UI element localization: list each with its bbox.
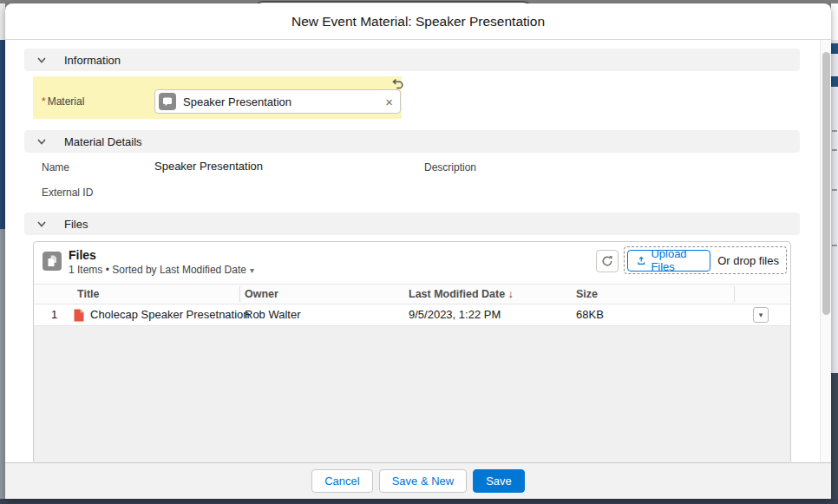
name-field-label: Name	[42, 161, 69, 173]
section-header-files[interactable]: Files	[24, 213, 800, 235]
material-pill-value: Speaker Presentation	[183, 95, 385, 108]
modal-footer: Cancel Save & New Save	[5, 462, 831, 499]
files-card-title: Files	[69, 248, 96, 262]
column-header-size[interactable]: Size	[576, 285, 598, 304]
row-index: 1	[51, 304, 57, 325]
section-header-material-details[interactable]: Material Details	[24, 130, 800, 153]
column-header-last-modified[interactable]: Last Modified Date ↓	[409, 285, 514, 304]
description-field-label: Description	[424, 161, 476, 173]
caret-down-icon: ▾	[759, 311, 763, 319]
chevron-down-icon	[36, 136, 47, 147]
upload-icon	[637, 255, 645, 266]
files-card-empty-area	[34, 326, 790, 463]
pdf-file-icon	[73, 309, 84, 322]
backdrop-right-strip	[831, 3, 838, 499]
chevron-down-icon	[36, 55, 47, 65]
section-label-material-details: Material Details	[64, 135, 142, 148]
row-actions-menu-button[interactable]: ▾	[753, 307, 769, 323]
file-owner: Rob Walter	[245, 304, 301, 325]
new-event-material-modal: New Event Material: Speaker Presentation…	[5, 3, 831, 499]
column-header-title[interactable]: Title	[77, 285, 99, 304]
clear-selection-icon[interactable]: ×	[385, 95, 393, 108]
material-lookup-pill[interactable]: Speaker Presentation ×	[154, 89, 401, 114]
section-label-information: Information	[64, 54, 121, 67]
section-label-files: Files	[64, 218, 88, 231]
file-size: 68KB	[576, 304, 604, 325]
required-asterisk: *	[42, 95, 46, 108]
external-id-field-label: External ID	[42, 187, 93, 199]
refresh-icon	[601, 255, 613, 267]
save-button[interactable]: Save	[473, 469, 525, 493]
file-drop-zone[interactable]: Upload Files Or drop files	[624, 246, 787, 274]
cancel-button[interactable]: Cancel	[311, 469, 372, 493]
chevron-down-icon	[36, 219, 47, 229]
files-card-meta: 1 Items • Sorted by Last Modified Date▾	[69, 264, 254, 276]
column-header-owner[interactable]: Owner	[245, 285, 278, 304]
sort-desc-icon: ↓	[508, 288, 514, 300]
drop-files-hint: Or drop files	[717, 254, 779, 267]
table-row[interactable]: 1 Cholecap Speaker Presetnation Rob Walt…	[34, 304, 790, 326]
upload-files-button[interactable]: Upload Files	[627, 250, 710, 272]
sort-menu-caret-icon[interactable]: ▾	[250, 265, 254, 275]
backdrop-bottom-strip	[0, 499, 838, 504]
material-object-icon	[159, 93, 176, 110]
material-field-label: *Material	[42, 95, 84, 108]
modal-scrollbar-thumb[interactable]	[822, 52, 830, 315]
file-title-link[interactable]: Cholecap Speaker Presetnation	[90, 304, 250, 325]
refresh-button[interactable]	[596, 250, 619, 272]
name-field-value: Speaker Presentation	[154, 160, 263, 173]
files-icon	[43, 252, 62, 271]
files-table-header: Title Owner Last Modified Date ↓ Size	[34, 284, 790, 304]
files-card-header: Files 1 Items • Sorted by Last Modified …	[34, 242, 790, 284]
modal-title: New Event Material: Speaker Presentation	[5, 3, 831, 40]
screen: New Event Material: Speaker Presentation…	[0, 0, 838, 504]
save-and-new-button[interactable]: Save & New	[379, 469, 468, 493]
section-header-information[interactable]: Information	[24, 49, 800, 71]
modal-scrollbar-track	[820, 40, 831, 462]
file-last-modified: 9/5/2023, 1:22 PM	[409, 304, 501, 325]
files-related-list-card: Files 1 Items • Sorted by Last Modified …	[33, 241, 791, 464]
